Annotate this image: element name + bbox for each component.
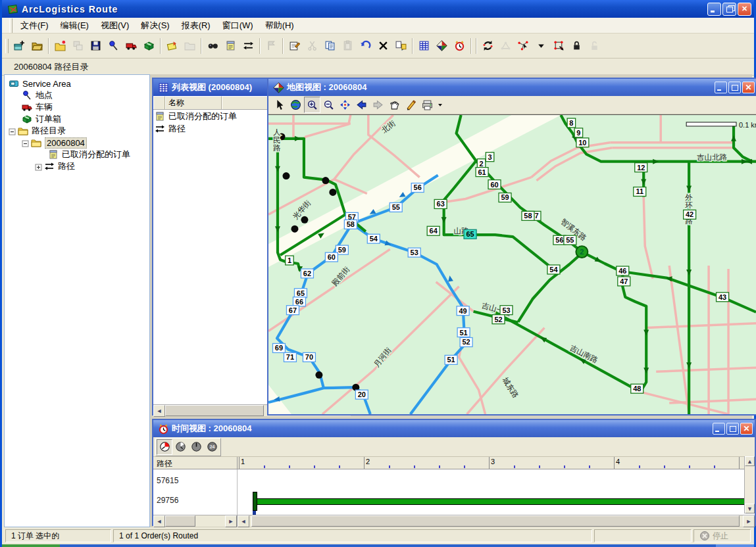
expander-minus-icon[interactable] (22, 139, 29, 147)
orders-note-button[interactable] (222, 37, 239, 55)
time-view-clock-button[interactable] (451, 37, 468, 55)
cut-scissors-button[interactable] (303, 37, 321, 55)
globe-button[interactable] (288, 97, 304, 113)
clock-quarter-button[interactable] (172, 439, 188, 455)
highlighted-stop-label[interactable]: 65 (464, 229, 476, 239)
menu-item[interactable]: 编辑(E) (55, 18, 95, 33)
time-close-button[interactable]: ✕ (740, 423, 753, 435)
time-body[interactable]: 5761529756 (153, 469, 755, 515)
list-hscroll-thumb[interactable] (165, 405, 264, 416)
clock-plain-button[interactable] (188, 439, 204, 455)
expander-minus-icon[interactable] (9, 128, 16, 135)
new-project-button[interactable] (11, 37, 28, 55)
list-header-name[interactable]: 名称 (165, 96, 222, 109)
scroll-left-icon[interactable]: ◄ (153, 405, 165, 417)
recalc-circle-button[interactable] (479, 37, 497, 55)
time-maximize-button[interactable] (726, 423, 739, 435)
list-header-blank[interactable] (153, 96, 165, 109)
time-view-icon (158, 423, 169, 435)
network-gray-button[interactable] (497, 37, 515, 55)
undo-arrow-button[interactable] (357, 37, 374, 55)
route-row-label[interactable]: 57615 (157, 476, 178, 485)
caret-down-button[interactable] (532, 37, 550, 55)
import-orders-button[interactable] (163, 37, 181, 55)
map-maximize-button[interactable] (728, 82, 741, 93)
restore-button[interactable] (722, 3, 736, 16)
menu-item[interactable]: 报表(R) (176, 18, 216, 33)
flag-button[interactable] (263, 37, 280, 55)
tree-item-路径[interactable]: 路径 (5, 160, 149, 172)
cursor-button[interactable] (271, 97, 288, 113)
map-view-compass-button[interactable] (433, 37, 451, 55)
tree-item-Service Area[interactable]: Service Area (5, 78, 149, 89)
unlock-button[interactable] (586, 37, 603, 55)
window-titlebar[interactable]: ArcLogistics Route ✕ (2, 0, 754, 18)
order-box-button[interactable] (140, 37, 158, 55)
lock-button[interactable] (568, 37, 586, 55)
minimize-button[interactable] (707, 3, 721, 16)
time-right-hscrollbar[interactable]: ◄► (237, 515, 755, 527)
tree-item-车辆[interactable]: 车辆 (5, 101, 149, 113)
paste-clipboard-button[interactable] (339, 37, 357, 55)
zoom-in-button[interactable] (304, 97, 320, 113)
menu-item[interactable]: 文件(F) (14, 18, 55, 33)
stop-button[interactable]: 停止 (693, 529, 751, 542)
list-view-grid-button[interactable] (415, 37, 433, 55)
locations-pin-button[interactable] (105, 37, 122, 55)
printer-button[interactable] (419, 97, 436, 113)
menu-grip[interactable] (9, 18, 13, 33)
routes-arrows-button[interactable] (239, 37, 257, 55)
map-window-titlebar[interactable]: 地图视图 : 20060804 ✕ (268, 79, 756, 96)
pan-hand-button[interactable] (386, 97, 403, 113)
route-time-bar[interactable] (254, 498, 747, 505)
expander-plus-icon[interactable] (35, 163, 42, 170)
time-vscrollbar[interactable]: ▲ ▼ (744, 456, 755, 513)
time-column-divider[interactable] (237, 457, 238, 469)
nav-forward-button[interactable] (370, 97, 386, 113)
svg-text:42: 42 (686, 210, 693, 218)
tree-item-20060804[interactable]: 20060804 (5, 137, 149, 149)
toolbar-grip[interactable] (5, 39, 9, 53)
zoom-extent-button[interactable] (337, 97, 353, 113)
map-close-button[interactable]: ✕ (742, 82, 755, 93)
time-left-hscrollbar[interactable]: ◄► (153, 515, 237, 527)
menu-item[interactable]: 窗口(W) (216, 18, 259, 33)
map-minimize-button[interactable] (715, 82, 727, 93)
new-folder-button[interactable] (51, 37, 69, 55)
copy-folder-button[interactable] (69, 37, 87, 55)
tree-item-地点[interactable]: 地点 (5, 89, 149, 101)
menu-item[interactable]: 帮助(H) (259, 18, 300, 33)
menu-item[interactable]: 视图(V) (95, 18, 135, 33)
delete-x-button[interactable] (374, 37, 392, 55)
clock-24-button[interactable]: 24 (204, 439, 220, 455)
zoom-out-button[interactable] (320, 97, 337, 113)
menu-item[interactable]: 解决(S) (135, 18, 175, 33)
tree-item-订单箱[interactable]: 订单箱 (5, 113, 149, 125)
copy-docs-button[interactable] (321, 37, 339, 55)
open-project-button[interactable] (28, 37, 46, 55)
move-doc-button[interactable] (392, 37, 410, 55)
properties-button[interactable] (286, 37, 303, 55)
ruler-label: 4 (616, 458, 620, 465)
network-select-button[interactable] (515, 37, 532, 55)
time-window-titlebar[interactable]: 时间视图 : 20060804 ✕ (153, 420, 755, 437)
map-canvas[interactable]: 北街人民路光华街山路吉山北路智溪东路外环东路吉山南路吉山一路城东路月河街殿前街5… (268, 114, 756, 414)
route-row-label[interactable]: 29756 (157, 496, 178, 505)
svg-text:51: 51 (447, 356, 455, 364)
import-file-button[interactable] (181, 37, 199, 55)
pencil-button[interactable] (403, 97, 419, 113)
close-button[interactable]: ✕ (738, 3, 751, 16)
find-binoculars-button[interactable] (204, 37, 222, 55)
ruler-label: 2 (366, 458, 370, 465)
vehicles-truck-button[interactable] (122, 37, 140, 55)
context-label: 20060804 路径目录 (2, 59, 754, 76)
caret-down-button[interactable] (436, 97, 445, 113)
network-red-button[interactable] (550, 37, 568, 55)
time-minimize-button[interactable] (713, 423, 725, 435)
nav-back-button[interactable] (353, 97, 370, 113)
save-button[interactable] (87, 37, 105, 55)
tree-item-已取消分配的订单[interactable]: 已取消分配的订单 (5, 149, 149, 160)
clock-red-button[interactable] (157, 439, 172, 455)
tree-panel[interactable]: Service Area地点车辆订单箱路径目录20060804已取消分配的订单路… (4, 74, 150, 527)
tree-item-路径目录[interactable]: 路径目录 (5, 125, 149, 137)
